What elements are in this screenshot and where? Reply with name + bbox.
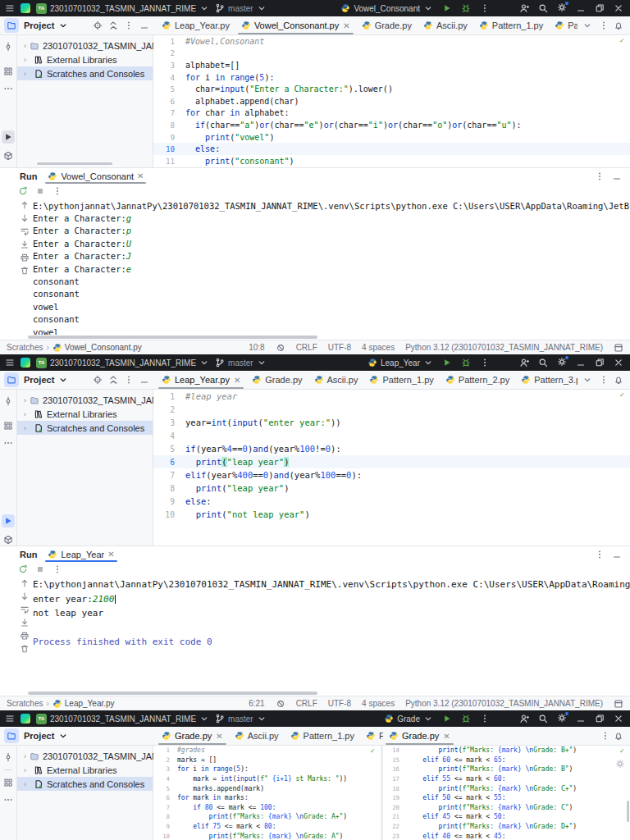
project-tree-item[interactable]: ›External Libraries <box>17 52 153 66</box>
close-button[interactable] <box>614 3 623 13</box>
line-separator[interactable]: CRLF <box>296 343 317 352</box>
settings-button[interactable] <box>557 2 567 14</box>
project-tree-item[interactable]: ›External Libraries <box>17 407 153 421</box>
project-tree-item[interactable]: ›External Libraries <box>17 763 153 777</box>
project-panel-title[interactable]: Project <box>24 375 54 385</box>
run-button[interactable] <box>442 714 452 724</box>
structure-button[interactable] <box>3 778 13 788</box>
code-line[interactable]: 9 elif 75 <= mark < 80: <box>153 822 381 832</box>
soft-wrap-button-icon[interactable] <box>20 605 30 614</box>
editor-tab[interactable]: Pattern_3.py <box>515 371 578 389</box>
select-opened-file-button[interactable] <box>93 375 103 385</box>
tab-options-icon[interactable] <box>599 375 609 385</box>
indent-style[interactable]: 4 spaces <box>362 699 395 708</box>
code-line[interactable]: 8 print(f"Marks: {mark} \nGrade: A+") <box>153 812 381 822</box>
inspections-ok-icon[interactable]: ✓ <box>620 390 624 399</box>
code-line[interactable]: 10 print(f"Marks: {mark} \nGrade: A") <box>153 831 381 840</box>
main-menu-icon[interactable] <box>5 3 15 13</box>
line-separator[interactable]: CRLF <box>296 699 317 708</box>
code-line[interactable]: 2marks = [] <box>153 756 381 765</box>
panel-options-button[interactable] <box>595 550 605 559</box>
vcs-branch-widget[interactable]: master <box>215 358 267 368</box>
project-toolwindow-button[interactable] <box>4 372 19 387</box>
debug-button[interactable] <box>461 358 471 368</box>
file-encoding[interactable]: UTF-8 <box>328 699 351 708</box>
code-line[interactable]: 8 if(char=="a")or(char=="e")or(char=="i"… <box>153 119 630 131</box>
run-tab[interactable]: Vowel_Consonant✕ <box>45 168 146 184</box>
project-tree-item[interactable]: ›Scratches and Consoles <box>17 421 153 435</box>
restore-button[interactable] <box>595 3 605 13</box>
project-toolwindow-button[interactable] <box>4 728 19 743</box>
project-toolwindow-button[interactable] <box>4 18 19 33</box>
settings-button[interactable] <box>557 357 567 368</box>
main-menu-icon[interactable] <box>5 358 15 368</box>
panel-options-button[interactable] <box>595 171 605 181</box>
tab-list-icon[interactable] <box>582 375 592 385</box>
breadcrumb-root[interactable]: Scratches <box>7 699 43 708</box>
editor-tab[interactable]: Ascii.py <box>308 371 364 389</box>
inspection-widget-icon[interactable] <box>615 756 625 772</box>
editor-tab[interactable]: Leap_Year.py✕ <box>156 371 246 389</box>
commit-button[interactable] <box>3 42 13 52</box>
scroll-down-button-icon[interactable] <box>20 591 30 601</box>
editor-tab[interactable]: Ascii.py <box>418 16 473 34</box>
code-editor[interactable]: ✓ 1#Vowel,Consonant 2 3alphabet=[] 4for … <box>153 35 630 167</box>
code-line[interactable]: 2 <box>153 48 630 60</box>
more-actions-button[interactable] <box>480 714 490 724</box>
debug-button[interactable] <box>461 3 471 13</box>
code-line[interactable]: 4for i in range(5): <box>153 71 630 84</box>
code-line[interactable]: 14 print(f"Marks: {mark} \nGrade: B+") <box>383 746 630 756</box>
more-actions-button[interactable] <box>480 358 490 368</box>
run-toolwindow-button[interactable] <box>2 514 15 527</box>
more-actions-button[interactable] <box>480 3 490 13</box>
commit-button[interactable] <box>3 752 13 762</box>
code-line[interactable]: 5 char=input("Enter a Character:").lower… <box>153 83 630 95</box>
code-line[interactable]: 3for i in range(5): <box>153 765 381 774</box>
code-line[interactable]: 6 alphabet.append(char) <box>153 95 630 107</box>
code-line[interactable]: 10 print("not leap year") <box>153 508 630 521</box>
editor-tab[interactable]: Ascii.py <box>229 727 285 745</box>
clear-console-button-icon[interactable] <box>20 644 30 654</box>
tab-list-icon[interactable] <box>582 21 592 30</box>
panel-options-button[interactable] <box>124 375 134 385</box>
console-output[interactable]: E:\pythonjannat\JannatPy\23010701032_TAS… <box>33 198 630 335</box>
code-line[interactable]: 18 print(f"Marks: {mark} \nGrade: C+") <box>383 783 630 793</box>
run-button[interactable] <box>442 3 452 13</box>
search-everywhere-button[interactable] <box>538 714 548 724</box>
commit-button[interactable] <box>3 396 13 406</box>
hide-panel-button[interactable] <box>139 375 149 385</box>
code-line[interactable]: 19 elif 50 <= mark < 55: <box>383 793 630 803</box>
select-opened-file-button[interactable] <box>93 21 103 30</box>
editor-tab[interactable]: Vowel_Consonant.py✕ <box>235 16 356 34</box>
code-line[interactable]: 17 elif 55 <= mark < 60: <box>383 774 630 784</box>
more-toolwindows-button[interactable] <box>3 795 13 805</box>
code-line[interactable]: 3year=int(input("enter year:")) <box>153 416 630 429</box>
scroll-up-button-icon[interactable] <box>20 578 30 588</box>
python-packages-button[interactable] <box>3 535 13 545</box>
vertical-scrollbar[interactable] <box>627 801 629 822</box>
run-tab[interactable]: Leap_Year✕ <box>45 546 116 562</box>
notifications-icon[interactable] <box>614 731 623 741</box>
collapse-all-button[interactable] <box>108 375 118 385</box>
console-more-button[interactable] <box>52 564 62 574</box>
hide-panel-button[interactable] <box>612 550 622 559</box>
code-line[interactable]: 7 if 80 <= mark <= 100: <box>153 803 381 813</box>
editor-tab[interactable]: Grade.py✕ <box>156 727 229 745</box>
project-tree-item[interactable]: ›Scratches and Consoles <box>17 777 153 791</box>
project-widget[interactable]: TA 23010701032_TASMIN_JANNAT_RIME <box>36 3 209 14</box>
run-configuration-widget[interactable]: Leap_Year <box>368 358 433 368</box>
editor-tab[interactable]: Grade.py <box>246 371 308 389</box>
code-line[interactable]: 1#leap year <box>153 390 630 403</box>
collapse-all-button[interactable] <box>108 21 118 30</box>
project-tree-item[interactable]: ›23010701032_TASMIN_JANNAT_RIME <box>17 393 153 407</box>
console-more-button[interactable] <box>52 186 62 196</box>
clear-console-button-icon[interactable] <box>20 266 30 276</box>
editor-tab[interactable]: Leap_Year.py <box>156 16 235 34</box>
tab-options-icon[interactable] <box>600 731 610 741</box>
more-toolwindows-button[interactable] <box>3 84 13 94</box>
expand-chevron-icon[interactable]: › <box>24 410 30 418</box>
stop-button[interactable] <box>35 186 45 196</box>
notifications-icon[interactable] <box>614 375 623 385</box>
code-line[interactable]: 5 marks.append(mark) <box>153 783 381 793</box>
caret-position[interactable]: 6:21 <box>249 699 264 708</box>
